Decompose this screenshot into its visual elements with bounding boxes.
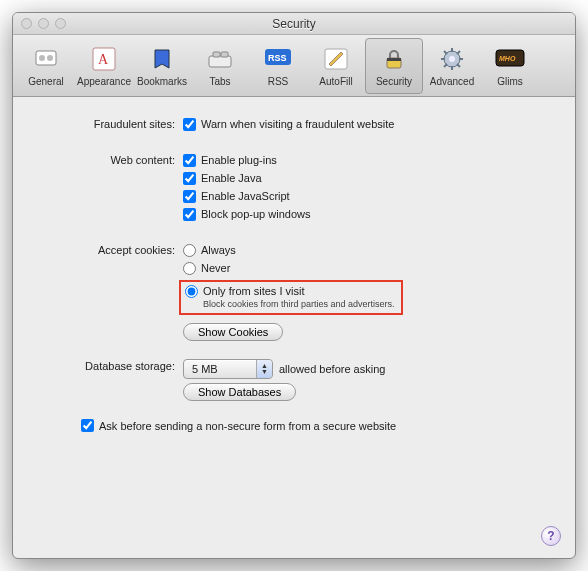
svg-line-21	[444, 64, 447, 67]
cookies-always-radio[interactable]	[183, 244, 196, 257]
secure-form-text: Ask before sending a non-secure form fro…	[99, 420, 396, 432]
book-icon	[147, 44, 177, 74]
tab-rss[interactable]: RSS RSS	[249, 38, 307, 94]
fraud-warn-text: Warn when visiting a fraudulent website	[201, 117, 394, 132]
java-checkbox[interactable]	[183, 172, 196, 185]
java-text: Enable Java	[201, 171, 262, 186]
fraud-label: Fraudulent sites:	[43, 117, 183, 130]
font-icon: A	[89, 44, 119, 74]
svg-point-14	[449, 56, 455, 62]
svg-point-1	[39, 55, 45, 61]
tab-autofill[interactable]: AutoFill	[307, 38, 365, 94]
popups-checkbox-row[interactable]: Block pop-up windows	[183, 207, 545, 222]
plugins-checkbox[interactable]	[183, 154, 196, 167]
tab-general[interactable]: General	[17, 38, 75, 94]
secure-form-row: Ask before sending a non-secure form fro…	[81, 419, 545, 432]
cookies-never-text: Never	[201, 261, 230, 276]
js-checkbox-row[interactable]: Enable JavaScript	[183, 189, 545, 204]
popups-checkbox[interactable]	[183, 208, 196, 221]
tab-glims[interactable]: MHO Glims	[481, 38, 539, 94]
tab-label: Glims	[497, 76, 523, 87]
db-label: Database storage:	[43, 359, 183, 372]
svg-point-2	[47, 55, 53, 61]
cookies-label: Accept cookies:	[43, 243, 183, 256]
tab-bookmarks[interactable]: Bookmarks	[133, 38, 191, 94]
close-window-button[interactable]	[21, 18, 32, 29]
db-suffix-text: allowed before asking	[279, 363, 385, 375]
tab-label: Advanced	[430, 76, 474, 87]
cookies-always-row[interactable]: Always	[183, 243, 545, 258]
help-button[interactable]: ?	[541, 526, 561, 546]
gear-icon	[437, 44, 467, 74]
zoom-window-button[interactable]	[55, 18, 66, 29]
fraud-warn-checkbox[interactable]	[183, 118, 196, 131]
svg-text:A: A	[98, 52, 109, 67]
webcontent-row: Web content: Enable plug-ins Enable Java…	[43, 153, 545, 225]
tab-label: Tabs	[209, 76, 230, 87]
cookies-never-radio[interactable]	[183, 262, 196, 275]
secure-form-checkbox[interactable]	[81, 419, 94, 432]
tab-label: RSS	[268, 76, 289, 87]
tab-tabs[interactable]: Tabs	[191, 38, 249, 94]
cookies-only-radio[interactable]	[185, 285, 198, 298]
fraud-warn-checkbox-row[interactable]: Warn when visiting a fraudulent website	[183, 117, 545, 132]
cookies-only-subtext: Block cookies from third parties and adv…	[203, 299, 395, 310]
svg-rect-12	[387, 58, 401, 61]
cookies-never-row[interactable]: Never	[183, 261, 545, 276]
tab-label: AutoFill	[319, 76, 352, 87]
tab-label: Security	[376, 76, 412, 87]
svg-rect-7	[221, 52, 228, 57]
titlebar: Security	[13, 13, 575, 35]
js-text: Enable JavaScript	[201, 189, 290, 204]
updown-arrows-icon: ▲▼	[256, 360, 272, 378]
plugins-text: Enable plug-ins	[201, 153, 277, 168]
show-databases-button[interactable]: Show Databases	[183, 383, 296, 401]
help-icon: ?	[547, 529, 554, 543]
db-row: Database storage: 5 MB ▲▼ allowed before…	[43, 359, 545, 401]
switch-icon	[31, 44, 61, 74]
tab-label: General	[28, 76, 64, 87]
rss-icon: RSS	[263, 44, 293, 74]
cookies-only-text: Only from sites I visit	[203, 284, 304, 299]
glims-icon: MHO	[495, 44, 525, 74]
cookies-row: Accept cookies: Always Never Only from s…	[43, 243, 545, 341]
tab-advanced[interactable]: Advanced	[423, 38, 481, 94]
db-size-select[interactable]: 5 MB ▲▼	[183, 359, 273, 379]
tab-appearance[interactable]: A Appearance	[75, 38, 133, 94]
db-size-value: 5 MB	[192, 363, 218, 375]
java-checkbox-row[interactable]: Enable Java	[183, 171, 545, 186]
security-prefs-window: Security General A Appearance Bookmarks …	[12, 12, 576, 559]
svg-line-22	[457, 51, 460, 54]
pencil-icon	[321, 44, 351, 74]
svg-text:MHO: MHO	[499, 55, 516, 62]
fraud-row: Fraudulent sites: Warn when visiting a f…	[43, 117, 545, 135]
tabs-icon	[205, 44, 235, 74]
popups-text: Block pop-up windows	[201, 207, 310, 222]
cookies-always-text: Always	[201, 243, 236, 258]
traffic-lights	[13, 18, 66, 29]
prefs-toolbar: General A Appearance Bookmarks Tabs RSS …	[13, 35, 575, 97]
svg-line-19	[444, 51, 447, 54]
cookies-only-row[interactable]: Only from sites I visit	[185, 284, 395, 299]
js-checkbox[interactable]	[183, 190, 196, 203]
svg-text:RSS: RSS	[268, 53, 287, 63]
svg-rect-6	[213, 52, 220, 57]
window-title: Security	[13, 17, 575, 31]
content-area: Fraudulent sites: Warn when visiting a f…	[13, 97, 575, 432]
cookies-only-highlight: Only from sites I visit Block cookies fr…	[179, 280, 403, 315]
tab-label: Appearance	[77, 76, 131, 87]
show-cookies-button[interactable]: Show Cookies	[183, 323, 283, 341]
webcontent-label: Web content:	[43, 153, 183, 166]
tab-security[interactable]: Security	[365, 38, 423, 94]
svg-line-20	[457, 64, 460, 67]
minimize-window-button[interactable]	[38, 18, 49, 29]
tab-label: Bookmarks	[137, 76, 187, 87]
lock-icon	[379, 44, 409, 74]
plugins-checkbox-row[interactable]: Enable plug-ins	[183, 153, 545, 168]
svg-rect-5	[209, 56, 231, 67]
